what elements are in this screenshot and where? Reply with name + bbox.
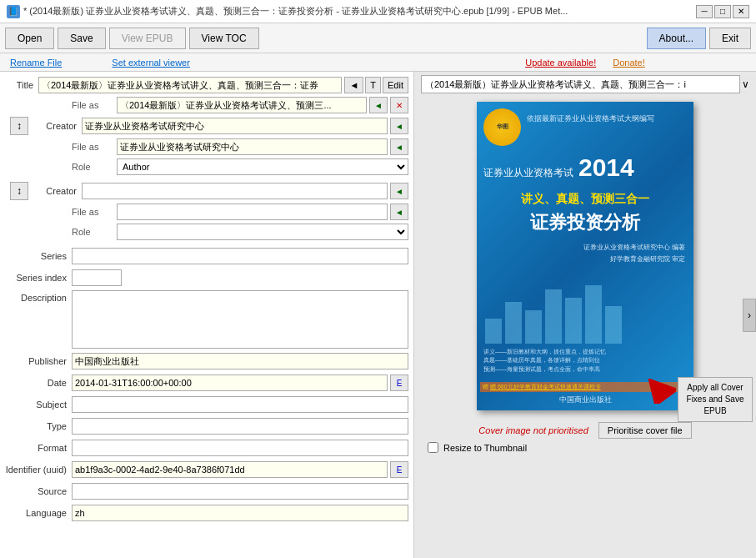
creator-input-2[interactable] — [82, 183, 388, 199]
format-input[interactable] — [72, 440, 408, 456]
cover-year: 2014 — [578, 153, 634, 182]
app-icon: 📘 — [7, 5, 20, 18]
type-label: Type — [5, 421, 72, 431]
exit-button[interactable]: Exit — [709, 28, 751, 49]
title-edit-button[interactable]: Edit — [383, 77, 408, 93]
apply-all-button[interactable]: Apply all Cover Fixes and Save EPUB — [678, 377, 753, 422]
creator-file-as-row-1: File as ◄ — [0, 137, 413, 157]
series-row: Series — [0, 245, 413, 267]
cover-exam-title: 证券业从业资格考试 — [483, 166, 573, 180]
type-input[interactable] — [72, 418, 408, 435]
description-row: Description — [0, 289, 413, 350]
creator-file-as-label-1: File as — [72, 142, 117, 152]
title-green-arrow[interactable]: ◄ — [344, 77, 363, 93]
date-edit-btn[interactable]: E — [390, 375, 408, 391]
identifier-label: Identifier (uuid) — [5, 465, 72, 475]
publisher-input[interactable] — [72, 353, 408, 369]
title-input[interactable] — [38, 77, 342, 93]
publisher-label: Publisher — [5, 356, 72, 366]
role-label-2: Role — [72, 227, 117, 237]
language-label: Language — [5, 508, 72, 518]
right-title-input[interactable] — [421, 75, 740, 93]
close-button[interactable]: ✕ — [733, 5, 749, 18]
view-toc-button[interactable]: View TOC — [189, 28, 259, 49]
language-input[interactable] — [72, 505, 408, 521]
creator-label-2: Creator — [32, 186, 82, 196]
set-external-viewer-link[interactable]: Set external viewer — [112, 58, 190, 68]
role-select-2[interactable]: Author Editor — [117, 224, 408, 240]
subject-input[interactable] — [72, 396, 408, 413]
creator-file-as-row-2: File as ◄ — [0, 202, 413, 222]
creator-file-as-arrow-2[interactable]: ◄ — [390, 204, 408, 220]
creator-file-as-label-2: File as — [72, 207, 117, 217]
right-panel: ∨ 华图 依据最新证券业从业资格考试大纲编写 证券业从业资格考试 2014 讲义… — [414, 72, 756, 558]
creator-file-as-arrow-1[interactable]: ◄ — [390, 138, 408, 155]
donate-link[interactable]: Donate! — [613, 58, 645, 68]
window-controls: ─ □ ✕ — [696, 5, 749, 18]
creator-rotate-btn-2[interactable]: ↕ — [10, 182, 28, 200]
maximize-button[interactable]: □ — [714, 5, 731, 18]
cover-promo: 赠 — [483, 384, 490, 390]
series-input[interactable] — [72, 248, 408, 264]
cover-author2: 好学教育金融研究院 审定 — [583, 254, 685, 265]
date-label: Date — [5, 378, 72, 388]
left-panel: Title ◄ T Edit File as ◄ ✕ ↕ Creator — [0, 72, 414, 558]
open-button[interactable]: Open — [5, 28, 54, 49]
role-label-1: Role — [72, 162, 117, 172]
series-index-label: Series index — [5, 273, 72, 283]
subject-label: Subject — [5, 400, 72, 410]
cover-author1: 证券业从业资格考试研究中心 编著 — [583, 242, 685, 254]
toolbar: Open Save View EPUB View TOC About... Ex… — [0, 23, 756, 53]
cover-tagline: 依据最新证券业从业资格考试大纲编写 — [527, 113, 687, 124]
title-bar-text: * (2014最新版) 证券业从业资格考试讲义、真题、预测三合一：证券投资分析 … — [23, 5, 568, 18]
format-row: Format — [0, 437, 413, 459]
update-available-link[interactable]: Update available! — [525, 58, 596, 68]
date-input[interactable] — [72, 375, 388, 391]
role-row-1: Role Author Editor Translator Illustrato… — [0, 157, 413, 177]
file-as-clear-1[interactable]: ✕ — [390, 97, 408, 113]
creator-label-1: Creator — [32, 121, 82, 131]
title-t-button[interactable]: T — [365, 77, 381, 93]
language-row: Language — [0, 502, 413, 524]
cover-desc2: 真题——基础历年真题，各馈详解，点睛到位 — [483, 356, 687, 365]
subject-row: Subject — [0, 394, 413, 415]
save-button[interactable]: Save — [58, 28, 105, 49]
creator-input-1[interactable] — [82, 118, 388, 134]
prioritise-cover-btn[interactable]: Prioritise cover file — [598, 422, 692, 439]
cover-desc3: 预测——海量预测试题，考点全面，命中率高 — [483, 365, 687, 375]
creator-rotate-btn-1[interactable]: ↕ — [10, 117, 28, 135]
creator-file-as-input-2[interactable] — [117, 204, 388, 220]
resize-thumbnail-checkbox[interactable] — [428, 442, 438, 453]
creator-file-as-input-1[interactable] — [117, 138, 388, 155]
format-label: Format — [5, 443, 72, 453]
creator-arrow-green-2[interactable]: ◄ — [390, 183, 408, 199]
minimize-button[interactable]: ─ — [696, 5, 713, 18]
identifier-row: Identifier (uuid) E — [0, 459, 413, 480]
cover-promo-text: 赠 680元好学教育财金考试快速通关课程卡 — [490, 384, 601, 390]
right-title-dropdown[interactable]: ∨ — [742, 78, 749, 90]
description-textarea[interactable] — [72, 290, 408, 349]
nav-arrow-right[interactable]: › — [743, 299, 756, 332]
main-content: Title ◄ T Edit File as ◄ ✕ ↕ Creator — [0, 72, 756, 558]
creator-arrow-green-1[interactable]: ◄ — [390, 118, 408, 134]
date-row: Date E — [0, 372, 413, 394]
source-input[interactable] — [72, 483, 408, 500]
role-select-1[interactable]: Author Editor Translator Illustrator — [117, 158, 408, 175]
book-cover: 华图 依据最新证券业从业资格考试大纲编写 证券业从业资格考试 2014 讲义、真… — [477, 102, 693, 410]
title-row: Title ◄ T Edit — [0, 75, 413, 95]
identifier-input[interactable] — [72, 461, 388, 478]
title-bar: 📘 * (2014最新版) 证券业从业资格考试讲义、真题、预测三合一：证券投资分… — [0, 0, 756, 23]
file-as-arrow-green-1[interactable]: ◄ — [369, 97, 388, 113]
series-index-input[interactable] — [72, 269, 122, 286]
description-label: Description — [5, 290, 72, 303]
file-as-input-1[interactable] — [117, 97, 367, 113]
right-title-row: ∨ — [414, 72, 756, 93]
publisher-row: Publisher — [0, 350, 413, 372]
resize-label: Resize to Thumbnail — [443, 443, 527, 453]
type-row: Type — [0, 415, 413, 437]
about-button[interactable]: About... — [647, 28, 706, 49]
rename-file-link[interactable]: Rename File — [10, 58, 62, 68]
view-epub-button[interactable]: View EPUB — [109, 28, 186, 49]
cover-desc1: 讲义——新旧教材和大纲，抓住重点，提炼记忆 — [483, 348, 687, 357]
identifier-edit-btn[interactable]: E — [390, 461, 408, 478]
